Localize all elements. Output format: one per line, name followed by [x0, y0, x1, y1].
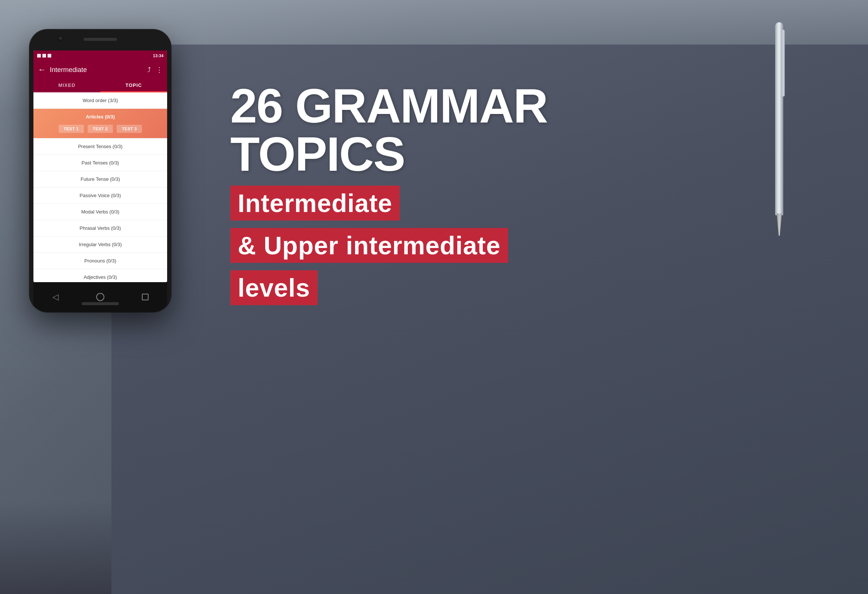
list-item[interactable]: Adjectives (0/3) — [33, 269, 167, 282]
grammar-title-line2: TOPICS — [230, 130, 548, 178]
level-line1: Intermediate — [230, 186, 400, 221]
phone-screen: 13:34 ← Intermediate ⤴ ⋮ MIXED TOPIC — [33, 50, 167, 282]
list-item[interactable]: Past Tenses (0/3) — [33, 155, 167, 171]
level-line3: levels — [230, 270, 317, 305]
more-icon[interactable]: ⋮ — [156, 66, 163, 74]
list-item-active[interactable]: Articles (0/3) TEST 1 TEST 2 TEST 3 — [33, 109, 167, 139]
list-item-label: Modal Verbs (0/3) — [33, 204, 167, 220]
list-item-label: Present Tenses (0/3) — [33, 139, 167, 155]
list-item-label: Past Tenses (0/3) — [33, 155, 167, 171]
front-camera — [58, 35, 63, 41]
sync-icon — [42, 54, 46, 57]
nav-back-button[interactable]: ◁ — [52, 292, 59, 302]
back-button[interactable]: ← — [38, 65, 46, 75]
list-item-label: Word order (3/3) — [33, 93, 167, 108]
list-item[interactable]: Word order (3/3) — [33, 93, 167, 109]
list-item-label: Articles (0/3) — [33, 109, 167, 125]
levels-text-block: Intermediate & Upper intermediate levels — [230, 186, 548, 309]
test-2-button[interactable]: TEST 2 — [88, 125, 113, 133]
list-item[interactable]: Phrasal Verbs (0/3) — [33, 220, 167, 236]
right-content-area: 26 GRAMMAR TOPICS Intermediate & Upper i… — [230, 82, 548, 309]
status-time: 13:34 — [153, 53, 164, 58]
tab-topic[interactable]: TOPIC — [100, 79, 167, 92]
nav-home-button[interactable] — [96, 293, 104, 301]
test-buttons-group: TEST 1 TEST 2 TEST 3 — [33, 125, 167, 138]
list-item-label: Future Tense (0/3) — [33, 171, 167, 187]
pen-decoration — [771, 22, 794, 245]
network-icon — [47, 54, 51, 57]
test-3-button[interactable]: TEST 3 — [117, 125, 142, 133]
tab-bar: MIXED TOPIC — [33, 79, 167, 93]
pen-tip — [776, 214, 782, 236]
list-item[interactable]: Present Tenses (0/3) — [33, 139, 167, 155]
toolbar-action-icons: ⤴ ⋮ — [148, 66, 163, 74]
list-item[interactable]: Irregular Verbs (0/3) — [33, 236, 167, 253]
phone-device: 13:34 ← Intermediate ⤴ ⋮ MIXED TOPIC — [30, 30, 171, 312]
status-bar: 13:34 — [33, 50, 167, 61]
speaker-grill — [84, 38, 117, 41]
list-item[interactable]: Future Tense (0/3) — [33, 171, 167, 187]
status-left-icons — [37, 54, 51, 57]
tab-mixed[interactable]: MIXED — [33, 79, 100, 92]
list-item[interactable]: Pronouns (0/3) — [33, 253, 167, 269]
app-toolbar: ← Intermediate ⤴ ⋮ — [33, 61, 167, 79]
phone-nav-bar: ◁ — [33, 282, 167, 312]
notification-icon — [37, 54, 41, 57]
bottom-speaker — [82, 302, 119, 305]
list-item-label: Irregular Verbs (0/3) — [33, 236, 167, 252]
list-item-label: Phrasal Verbs (0/3) — [33, 220, 167, 236]
test-1-button[interactable]: TEST 1 — [59, 125, 84, 133]
share-icon[interactable]: ⤴ — [148, 66, 151, 74]
topics-list: Word order (3/3) Articles (0/3) TEST 1 T… — [33, 93, 167, 282]
list-item-label: Adjectives (0/3) — [33, 269, 167, 282]
nav-recent-button[interactable] — [142, 294, 149, 300]
phone-body: 13:34 ← Intermediate ⤴ ⋮ MIXED TOPIC — [30, 30, 171, 312]
list-item[interactable]: Modal Verbs (0/3) — [33, 204, 167, 220]
pen-clip — [782, 30, 785, 97]
level-line2: & Upper intermediate — [230, 228, 508, 263]
list-item[interactable]: Passive Voice (0/3) — [33, 187, 167, 204]
toolbar-title: Intermediate — [50, 66, 144, 74]
list-item-label: Pronouns (0/3) — [33, 253, 167, 269]
grammar-title-line1: 26 GRAMMAR — [230, 82, 548, 130]
list-item-label: Passive Voice (0/3) — [33, 187, 167, 203]
